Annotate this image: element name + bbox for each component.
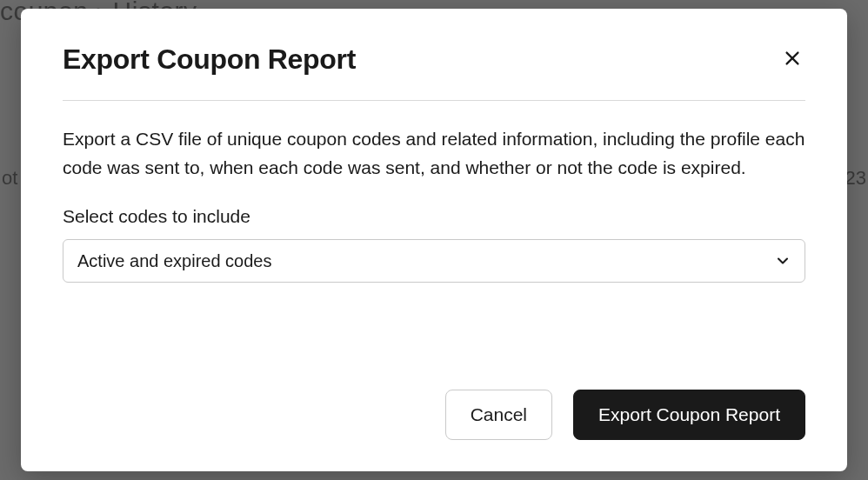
backdrop-row-left: ot	[2, 167, 17, 190]
modal-description: Export a CSV file of unique coupon codes…	[63, 125, 805, 182]
select-label: Select codes to include	[63, 206, 805, 227]
close-button[interactable]	[779, 45, 805, 74]
modal-footer: Cancel Export Coupon Report	[63, 390, 805, 440]
close-icon	[783, 49, 802, 70]
codes-select[interactable]: Active and expired codes	[63, 239, 805, 283]
select-wrapper: Active and expired codes	[63, 239, 805, 283]
export-coupon-modal: Export Coupon Report Export a CSV file o…	[21, 9, 847, 471]
backdrop-row-right: 23	[845, 167, 866, 190]
modal-body: Export a CSV file of unique coupon codes…	[63, 125, 805, 362]
export-button[interactable]: Export Coupon Report	[573, 390, 805, 440]
cancel-button[interactable]: Cancel	[445, 390, 552, 440]
modal-header: Export Coupon Report	[63, 43, 805, 101]
modal-title: Export Coupon Report	[63, 43, 356, 76]
